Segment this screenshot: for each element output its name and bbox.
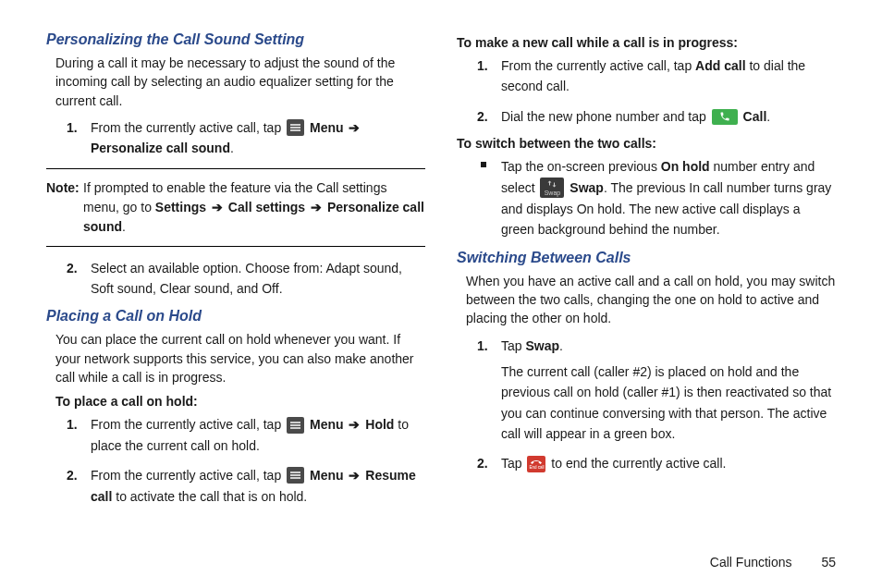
step-item: Tap Swap. The current call (caller #2) i… (501, 336, 836, 445)
menu-icon (287, 417, 304, 434)
hold-label: Hold (365, 417, 394, 432)
step-body: The current call (caller #2) is placed o… (501, 361, 836, 445)
step-text: to end the currently active call. (551, 456, 726, 471)
right-column: To make a new call while a call is in pr… (457, 31, 836, 516)
left-column: Personalizing the Call Sound Setting Dur… (46, 31, 425, 516)
heading-personalizing: Personalizing the Call Sound Setting (46, 31, 425, 48)
call-label-text: Call (743, 109, 767, 124)
step-item: Select an available option. Choose from:… (91, 258, 425, 300)
page-content: Personalizing the Call Sound Setting Dur… (0, 0, 882, 525)
step-item: From the currently active call, tap Add … (501, 55, 836, 97)
note-label: Note: (46, 178, 80, 198)
step-text: Select an available option. Choose from:… (91, 261, 402, 296)
step-text: . (766, 109, 770, 124)
step-text: Dial the new phone number and tap (501, 109, 710, 124)
menu-icon (287, 119, 304, 136)
subheading: To make a new call while a call is in pr… (457, 35, 836, 50)
heading-switching: Switching Between Calls (457, 250, 836, 266)
swap-label: Swap (570, 180, 604, 195)
settings-label: Settings (155, 200, 206, 214)
step-text: to activate the call that is on hold. (112, 489, 307, 504)
swap-icon-label: Swap (545, 190, 561, 196)
step-text: . (559, 338, 563, 353)
intro-text: You can place the current call on hold w… (55, 330, 425, 386)
step-text: From the currently active call, tap (91, 120, 285, 135)
menu-label: Menu (310, 417, 344, 432)
swap-label: Swap (525, 338, 559, 353)
arrow-icon: ➔ (347, 465, 361, 485)
step-text-bold: Menu ➔ Hold (310, 417, 394, 432)
page-footer: Call Functions 55 (710, 555, 836, 570)
personalize-label: Personalize call sound (91, 141, 230, 155)
swap-icon: Swap (540, 178, 564, 198)
intro-text: During a call it may be necessary to adj… (55, 54, 425, 110)
step-item: From the currently active call, tap Menu… (91, 414, 425, 456)
step-text: Tap (501, 456, 525, 471)
end-call-icon: End call (527, 456, 545, 472)
arrow-icon: ➔ (309, 198, 324, 217)
steps-list: Select an available option. Choose from:… (46, 258, 425, 300)
step-text: . (230, 141, 234, 155)
page-number: 55 (821, 555, 836, 570)
heading-placing-hold: Placing a Call on Hold (46, 308, 425, 325)
subheading: To switch between the two calls: (457, 136, 836, 151)
callsettings-label: Call settings (228, 200, 305, 214)
end-call-icon-label: End call (529, 466, 544, 471)
menu-icon (287, 467, 304, 484)
steps-list: Tap Swap. The current call (caller #2) i… (457, 336, 836, 474)
note-block: Note: If prompted to enable the feature … (46, 168, 425, 247)
step-text: From the currently active call, tap (501, 58, 695, 73)
step-item: From the currently active call, tap Menu… (91, 117, 425, 159)
step-text: From the currently active call, tap (91, 468, 285, 483)
note-body: Note: If prompted to enable the feature … (83, 178, 425, 237)
steps-list: From the currently active call, tap Menu… (46, 117, 425, 159)
menu-label: Menu (310, 120, 344, 135)
addcall-label: Add call (695, 58, 745, 73)
arrow-icon: ➔ (347, 117, 361, 138)
arrow-icon: ➔ (210, 198, 225, 217)
bullet-item: Tap the on-screen previous On hold numbe… (501, 156, 836, 239)
step-item: From the currently active call, tap Menu… (91, 465, 425, 507)
onhold-label: On hold (661, 159, 710, 174)
bullet-list: Tap the on-screen previous On hold numbe… (457, 156, 836, 239)
step-item: Tap End call to end the currently active… (501, 453, 836, 473)
subheading: To place a call on hold: (55, 394, 425, 409)
step-text: From the currently active call, tap (91, 417, 285, 432)
call-icon (712, 109, 738, 125)
intro-text: When you have an active call and a call … (466, 272, 836, 328)
arrow-icon: ➔ (347, 414, 361, 435)
step-text: Tap (501, 338, 525, 353)
bullet-text: Tap the on-screen previous (501, 159, 661, 174)
call-label: Call (743, 109, 767, 124)
menu-label: Menu (310, 468, 344, 483)
note-text: . (122, 219, 126, 234)
swap-label-text: Swap (570, 180, 604, 195)
steps-list: From the currently active call, tap Menu… (46, 414, 425, 507)
step-item: Dial the new phone number and tap Call. (501, 106, 836, 127)
steps-list: From the currently active call, tap Add … (457, 55, 836, 127)
chapter-name: Call Functions (710, 555, 792, 570)
